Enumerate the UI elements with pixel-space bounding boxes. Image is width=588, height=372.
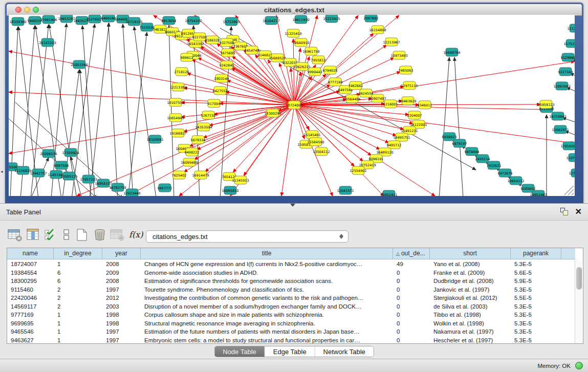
- table-row[interactable]: 1872400712008Changes of HCN gene express…: [7, 260, 575, 269]
- graph-node[interactable]: 19611930: [292, 15, 309, 24]
- graph-node[interactable]: 16782759: [109, 183, 126, 191]
- table-row[interactable]: 911546021997Tourette syndrome. Phenomeno…: [7, 286, 575, 294]
- table-settings-icon[interactable]: [7, 228, 23, 243]
- graph-node[interactable]: 6794028: [323, 66, 338, 74]
- graph-node[interactable]: 16104277: [263, 16, 279, 25]
- column-header-year[interactable]: year: [102, 248, 141, 259]
- graph-node[interactable]: 917004: [208, 99, 221, 107]
- graph-node[interactable]: 12923448: [123, 189, 140, 196]
- graph-node[interactable]: 10952411: [380, 190, 397, 196]
- graph-node[interactable]: 19463629: [399, 97, 416, 105]
- graph-node[interactable]: 19166827: [169, 129, 186, 137]
- column-header-name[interactable]: name: [7, 248, 54, 259]
- graph-node[interactable]: 12554901: [350, 166, 366, 174]
- graph-node[interactable]: 11173021: [567, 24, 575, 32]
- table-row[interactable]: 969969511998Structural magnetic resonanc…: [7, 319, 575, 328]
- graph-node[interactable]: 18107552: [167, 98, 184, 106]
- graph-node[interactable]: 10719155: [125, 17, 142, 26]
- graph-node[interactable]: 2204007: [407, 111, 422, 119]
- graph-node[interactable]: 14353594: [195, 123, 212, 131]
- graph-node[interactable]: 9242845: [220, 61, 234, 69]
- table-row[interactable]: 946554611997Estimation of the future num…: [7, 327, 575, 336]
- graph-node[interactable]: 16099489: [181, 158, 198, 166]
- network-graph[interactable]: 1833936059405572769140610653287194352711…: [9, 15, 575, 196]
- graph-node[interactable]: 8427552: [213, 86, 228, 95]
- graph-node[interactable]: 15584590: [307, 138, 324, 146]
- graph-node[interactable]: 9327508: [220, 38, 234, 47]
- tab-edge-table[interactable]: Edge Table: [265, 346, 315, 357]
- graph-node[interactable]: 18495751: [393, 133, 410, 141]
- select-rows-icon[interactable]: [44, 228, 57, 243]
- graph-node[interactable]: 27691406: [40, 15, 57, 24]
- column-header-short[interactable]: short: [430, 248, 511, 259]
- tab-network-table[interactable]: Network Table: [315, 346, 374, 357]
- delete-table-icon[interactable]: [110, 228, 125, 243]
- graph-node[interactable]: 9474444: [465, 147, 480, 156]
- graph-node[interactable]: 11325419: [285, 29, 301, 37]
- graph-node[interactable]: 17359924: [62, 148, 79, 157]
- column-header-title[interactable]: title: [141, 248, 393, 259]
- graph-node[interactable]: 8471676: [498, 169, 513, 177]
- graph-node[interactable]: 10654112: [507, 177, 524, 185]
- graph-node[interactable]: 8186328: [205, 36, 220, 44]
- graph-node[interactable]: 16095810: [222, 186, 238, 194]
- table-select[interactable]: citations_edges.txt: [146, 230, 349, 243]
- graph-node[interactable]: 16648784: [443, 48, 460, 56]
- graph-node[interactable]: 12775021: [569, 169, 575, 177]
- graph-node[interactable]: 5267150: [201, 111, 216, 119]
- delete-icon[interactable]: [92, 228, 107, 243]
- graph-node[interactable]: 2087682: [364, 15, 379, 22]
- float-panel-icon[interactable]: [560, 208, 569, 216]
- graph-node[interactable]: 26103103: [39, 38, 56, 47]
- graph-node[interactable]: 6466160: [101, 15, 116, 22]
- graph-node[interactable]: 18339360: [9, 17, 26, 26]
- graph-node[interactable]: 6879197: [452, 139, 467, 147]
- graph-node[interactable]: 13942757: [30, 169, 47, 177]
- graph-node[interactable]: 7485063: [399, 66, 413, 74]
- graph-node[interactable]: 16210643: [549, 112, 566, 120]
- graph-node[interactable]: 11156829: [14, 166, 31, 174]
- graph-node[interactable]: 9457771: [158, 184, 172, 192]
- graph-node[interactable]: 2718126: [175, 68, 189, 76]
- graph-node[interactable]: 10952463: [530, 190, 547, 196]
- network-canvas[interactable]: 1833936059405572769140610653287194352711…: [9, 15, 575, 196]
- scrollbar-thumb[interactable]: [576, 267, 582, 290]
- graph-node[interactable]: 20564486: [343, 95, 360, 103]
- new-table-icon[interactable]: [75, 228, 89, 243]
- graph-node[interactable]: 10654945: [167, 114, 184, 122]
- graph-node[interactable]: 12213383: [169, 83, 186, 91]
- function-builder-icon[interactable]: f(x): [129, 230, 143, 239]
- graph-node[interactable]: 18300295: [264, 109, 281, 117]
- graph-node[interactable]: 9346011: [418, 101, 432, 109]
- graph-node[interactable]: 7625402: [172, 171, 187, 179]
- splitter-handle-icon[interactable]: [290, 204, 295, 207]
- tab-node-table[interactable]: Node Table: [214, 346, 265, 357]
- graph-node[interactable]: 6216001: [383, 100, 398, 108]
- graph-node[interactable]: 12213967: [383, 38, 400, 46]
- graph-node[interactable]: 2803144: [214, 74, 229, 82]
- table-row[interactable]: 977716911998Corpus callosum shape and si…: [7, 311, 575, 319]
- graph-node[interactable]: 9990443: [308, 68, 322, 76]
- memory-status-icon[interactable]: [575, 362, 583, 369]
- graph-node[interactable]: 8454749: [245, 46, 259, 54]
- window-titlebar[interactable]: citations_edges.txt: [7, 4, 582, 16]
- graph-node[interactable]: 7515526: [140, 23, 155, 31]
- graph-node[interactable]: 9227343: [558, 68, 573, 76]
- graph-node[interactable]: 10807487: [369, 94, 386, 102]
- graph-node[interactable]: 16154808: [369, 26, 386, 34]
- graph-node[interactable]: 989612: [181, 53, 193, 61]
- graph-node[interactable]: 20206576: [40, 149, 57, 158]
- graph-node[interactable]: 7462661: [349, 81, 363, 90]
- graph-node[interactable]: 12093583: [553, 82, 570, 90]
- graph-node[interactable]: 13505115: [60, 172, 77, 180]
- graph-node[interactable]: 15223415: [323, 15, 340, 23]
- graph-node[interactable]: 18640910: [292, 38, 309, 47]
- graph-node[interactable]: 16961758: [302, 47, 319, 55]
- table-row[interactable]: 1456911722003Disruption of a novel membe…: [7, 302, 575, 311]
- table-row[interactable]: 2242004622012Investigating the contribut…: [7, 294, 575, 302]
- graph-node[interactable]: 13504112: [313, 147, 330, 156]
- graph-node[interactable]: 19754102: [185, 16, 202, 25]
- column-header-in_degree[interactable]: in_degree: [54, 248, 102, 259]
- graph-node[interactable]: 9777169: [328, 78, 343, 86]
- column-header-out_de[interactable]: △out_de...: [393, 248, 430, 259]
